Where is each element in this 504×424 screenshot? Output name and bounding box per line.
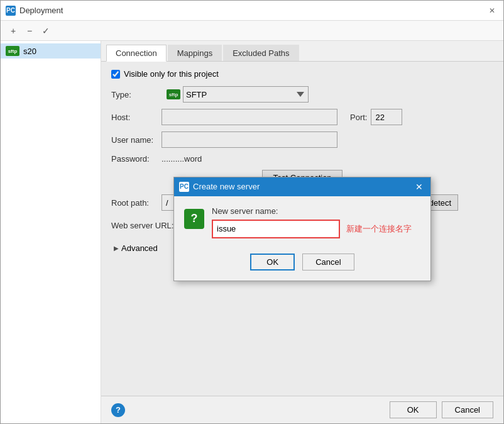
main-content: sftp s20 Connection Mappings Excluded Pa… [1, 41, 503, 423]
panel-content: Visible only for this project Type: sftp… [101, 62, 503, 396]
modal-body: ? New server name: 新建一个连接名字 [174, 196, 430, 248]
modal-ok-button[interactable]: OK [250, 254, 295, 271]
help-button[interactable]: ? [111, 403, 125, 417]
cancel-button[interactable]: Cancel [442, 401, 493, 418]
close-icon[interactable]: ✕ [486, 4, 498, 17]
tabs: Connection Mappings Excluded Paths [101, 41, 503, 62]
modal-overlay: PC Create new server ✕ ? [101, 62, 503, 396]
modal-title-left: PC Create new server [179, 182, 260, 192]
sidebar-item-s20[interactable]: sftp s20 [1, 43, 101, 59]
new-server-name-input[interactable] [213, 221, 339, 237]
create-new-server-dialog: PC Create new server ✕ ? [173, 177, 431, 281]
title-bar: PC Deployment ✕ [1, 1, 503, 21]
modal-title-text: Create new server [193, 182, 260, 191]
modal-title-bar: PC Create new server ✕ [174, 177, 430, 196]
tab-excluded-paths[interactable]: Excluded Paths [223, 45, 299, 61]
tab-mappings[interactable]: Mappings [168, 45, 222, 61]
modal-cancel-button[interactable]: Cancel [302, 254, 354, 271]
modal-app-icon: PC [179, 182, 189, 192]
new-server-name-label: New server name: [212, 206, 420, 216]
ok-button[interactable]: OK [390, 401, 437, 418]
question-icon: ? [184, 209, 204, 229]
new-server-name-input-wrapper [212, 220, 340, 238]
app-icon: PC [6, 6, 16, 16]
remove-server-button[interactable]: − [22, 23, 37, 38]
window-title: Deployment [19, 6, 63, 15]
sidebar: sftp s20 [1, 41, 101, 423]
modal-close-button[interactable]: ✕ [413, 181, 425, 193]
sftp-icon: sftp [6, 46, 19, 56]
sidebar-item-label: s20 [23, 47, 36, 56]
toolbar: + − ✓ [1, 21, 503, 41]
tab-connection[interactable]: Connection [106, 45, 167, 62]
bottom-bar: ? OK Cancel [101, 396, 503, 423]
modal-annotation: 新建一个连接名字 [346, 223, 412, 235]
modal-footer: OK Cancel [174, 248, 430, 281]
title-bar-left: PC Deployment [6, 6, 63, 16]
modal-form: New server name: 新建一个连接名字 [212, 206, 420, 238]
confirm-button[interactable]: ✓ [38, 23, 53, 38]
right-panel: Connection Mappings Excluded Paths Visib… [101, 41, 503, 423]
add-server-button[interactable]: + [6, 23, 21, 38]
deployment-window: PC Deployment ✕ + − ✓ sftp s20 Connectio… [0, 0, 504, 424]
